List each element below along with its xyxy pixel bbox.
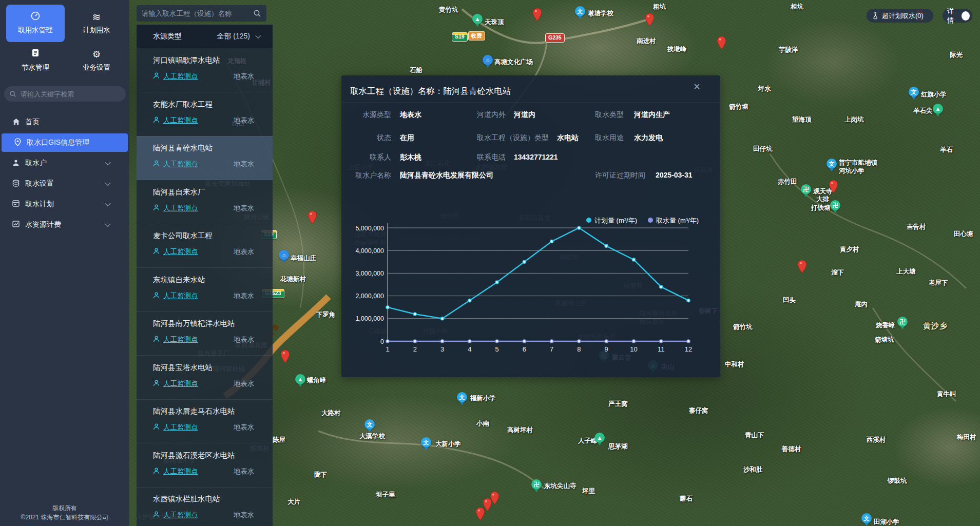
water-source-type: 地表水 bbox=[234, 467, 255, 476]
data-point[interactable] bbox=[660, 285, 663, 288]
station-list-item[interactable]: 陆河县激石溪老区水电站人工监测点地表水 bbox=[137, 443, 273, 488]
manual-monitor-link[interactable]: 人工监测点 bbox=[163, 467, 198, 476]
sidebar-search-input[interactable] bbox=[21, 90, 121, 98]
road-badge: G235 bbox=[545, 33, 565, 43]
station-list-item[interactable]: 陆河县南万镇杞洋水电站人工监测点地表水 bbox=[137, 311, 273, 356]
data-point[interactable] bbox=[441, 317, 444, 320]
station-search-box[interactable] bbox=[137, 5, 266, 22]
module-tile-1[interactable]: 取用水管理 bbox=[6, 5, 65, 42]
data-point[interactable] bbox=[468, 299, 471, 302]
data-point[interactable] bbox=[413, 340, 416, 343]
data-point[interactable] bbox=[605, 244, 608, 247]
filter-value-dropdown[interactable]: 全部 (125) bbox=[217, 32, 250, 41]
road-badge: S19 bbox=[452, 32, 468, 42]
data-point[interactable] bbox=[687, 340, 690, 343]
data-point[interactable] bbox=[441, 340, 444, 343]
manual-monitor-link[interactable]: 人工监测点 bbox=[163, 335, 198, 344]
chevron-down-icon[interactable] bbox=[105, 160, 110, 165]
station-list: 河口镇唱歌潭水电站人工监测点地表水友能水厂取水工程人工监测点地表水陆河县青砼水电… bbox=[137, 48, 273, 526]
station-name: 陆河县激石溪老区水电站 bbox=[153, 451, 235, 460]
data-point[interactable] bbox=[468, 340, 471, 343]
module-tile-4[interactable]: ⚙业务设置 bbox=[68, 47, 125, 77]
station-list-item[interactable]: 河口镇唱歌潭水电站人工监测点地表水 bbox=[137, 48, 273, 92]
module-tile-label: 业务设置 bbox=[68, 63, 125, 72]
map-place-label: 严王窝 bbox=[608, 400, 628, 408]
data-point[interactable] bbox=[578, 226, 581, 229]
data-point[interactable] bbox=[386, 340, 389, 343]
station-list-item[interactable]: 陆河县青砼水电站人工监测点地表水 bbox=[137, 136, 273, 180]
map-place-label: 南进村 bbox=[637, 37, 656, 46]
legend-label: 取水量 (m³/年) bbox=[656, 217, 699, 224]
data-point[interactable] bbox=[660, 340, 663, 343]
over-plan-label: 超计划取水(0) bbox=[882, 11, 924, 21]
over-plan-water-button[interactable]: 超计划取水(0) bbox=[867, 9, 933, 23]
map-place-label: 小南 bbox=[476, 420, 489, 428]
station-list-item[interactable]: 陆河县水唇走马石水电站人工监测点地表水 bbox=[137, 399, 273, 443]
station-search-input[interactable] bbox=[142, 10, 253, 17]
station-list-item[interactable]: 水唇镇水栏肚水电站人工监测点地表水 bbox=[137, 487, 273, 526]
sidebar-item-label: 取水口GIS信息管理 bbox=[27, 138, 89, 147]
sidebar-search-box[interactable] bbox=[4, 86, 126, 102]
detail-toggle[interactable]: 详情 bbox=[943, 9, 972, 23]
data-point[interactable] bbox=[578, 340, 581, 343]
station-list-item[interactable]: 陆河县宝塔水电站人工监测点地表水 bbox=[137, 356, 273, 400]
station-list-item[interactable]: 东坑镇自来水站人工监测点地表水 bbox=[137, 268, 273, 312]
manual-monitor-link[interactable]: 人工监测点 bbox=[163, 72, 198, 81]
station-list-item[interactable]: 麦卡公司取水工程人工监测点地表水 bbox=[137, 224, 273, 268]
data-point[interactable] bbox=[687, 299, 690, 302]
manual-monitor-link[interactable]: 人工监测点 bbox=[163, 379, 198, 388]
map-place-label: 凹头 bbox=[783, 297, 796, 305]
data-point[interactable] bbox=[632, 340, 635, 343]
sidebar-item-6[interactable]: 水资源计费 bbox=[0, 215, 129, 235]
filter-label: 水源类型 bbox=[153, 32, 182, 41]
sidebar-item-2[interactable]: 取水口GIS信息管理 bbox=[2, 133, 128, 152]
manual-monitor-link[interactable]: 人工监测点 bbox=[163, 511, 198, 520]
map-place-label: 打铁塘 bbox=[811, 204, 831, 212]
data-point[interactable] bbox=[413, 313, 416, 316]
manual-monitor-link[interactable]: 人工监测点 bbox=[163, 247, 198, 257]
data-point[interactable] bbox=[495, 281, 498, 284]
data-point[interactable] bbox=[523, 340, 526, 343]
sidebar-item-3[interactable]: 取水户 bbox=[0, 153, 129, 173]
module-tile-3[interactable]: 节水管理 bbox=[6, 47, 65, 77]
legend-dot[interactable] bbox=[648, 218, 653, 223]
chevron-down-icon[interactable] bbox=[105, 201, 110, 206]
manual-monitor-link[interactable]: 人工监测点 bbox=[163, 160, 198, 169]
manual-monitor-link[interactable]: 人工监测点 bbox=[163, 204, 198, 213]
map-place-label: 福新小学 bbox=[470, 395, 496, 403]
map-place-label: 际光 bbox=[950, 51, 963, 60]
station-detail-modal: 取水工程（设施）名称：陆河县青砼水电站 × 水源类型地表水河道内外河道内取水类型… bbox=[341, 75, 720, 377]
map-place-label: 箭竹塘 bbox=[729, 103, 748, 111]
legend-dot[interactable] bbox=[586, 218, 591, 223]
manual-monitor-link[interactable]: 人工监测点 bbox=[163, 291, 198, 301]
sidebar-item-5[interactable]: 取水计划 bbox=[0, 194, 129, 215]
data-point[interactable] bbox=[550, 340, 553, 343]
station-list-item[interactable]: 陆河县自来水厂人工监测点地表水 bbox=[137, 180, 273, 224]
map-place-label: 螺角嶂 bbox=[307, 377, 326, 385]
manual-monitor-link[interactable]: 人工监测点 bbox=[163, 116, 198, 125]
toggle-knob[interactable] bbox=[962, 11, 970, 21]
sidebar-item-1[interactable]: 首页 bbox=[0, 112, 129, 132]
station-list-item[interactable]: 友能水厂取水工程人工监测点地表水 bbox=[137, 92, 273, 137]
search-icon[interactable] bbox=[253, 9, 261, 17]
data-point[interactable] bbox=[550, 240, 553, 243]
water-source-type: 地表水 bbox=[234, 335, 255, 344]
data-point[interactable] bbox=[495, 340, 498, 343]
map-place-label: 陇下 bbox=[314, 471, 327, 479]
data-point[interactable] bbox=[632, 258, 635, 261]
chevron-down-icon[interactable] bbox=[255, 32, 261, 38]
map-place-label: 天珠顶 bbox=[485, 18, 504, 27]
chevron-down-icon[interactable] bbox=[105, 221, 110, 227]
map-place-label: 耀石 bbox=[680, 495, 693, 503]
sidebar-item-4[interactable]: 取水设置 bbox=[0, 173, 129, 194]
module-tile-2[interactable]: ≋计划用水 bbox=[68, 5, 125, 42]
water-source-type: 地表水 bbox=[234, 116, 255, 125]
chevron-down-icon[interactable] bbox=[105, 180, 110, 186]
data-point[interactable] bbox=[386, 306, 389, 309]
person-icon bbox=[153, 291, 160, 301]
water-source-type: 地表水 bbox=[234, 160, 255, 169]
manual-monitor-link[interactable]: 人工监测点 bbox=[163, 423, 198, 432]
station-name: 麦卡公司取水工程 bbox=[153, 231, 213, 241]
data-point[interactable] bbox=[605, 340, 608, 343]
data-point[interactable] bbox=[523, 260, 526, 263]
